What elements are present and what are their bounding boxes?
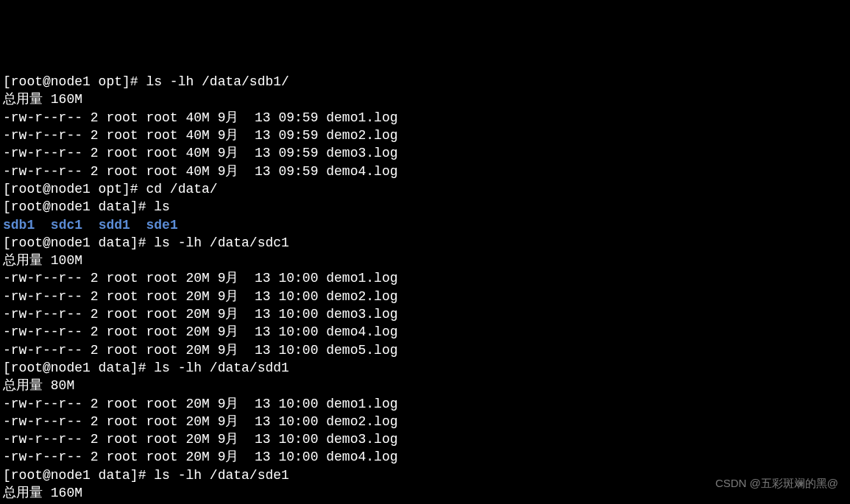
file-entry: -rw-r--r-- 2 root root 20M 9月 13 10:00 d… bbox=[3, 430, 847, 448]
shell-command: ls -lh /data/sdb1/ bbox=[146, 74, 288, 89]
watermark-text: CSDN @五彩斑斓的黑@ bbox=[715, 476, 838, 491]
file-entry: -rw-r--r-- 2 root root 20M 9月 13 10:00 d… bbox=[3, 269, 847, 287]
file-entry: -rw-r--r-- 2 root root 40M 9月 13 09:59 d… bbox=[3, 144, 847, 162]
shell-prompt: [root@node1 data]# bbox=[3, 199, 154, 214]
terminal-output[interactable]: [root@node1 opt]# ls -lh /data/sdb1/总用量 … bbox=[3, 73, 847, 504]
file-entry: -rw-r--r-- 2 root root 20M 9月 13 10:00 d… bbox=[3, 323, 847, 341]
file-entry: -rw-r--r-- 2 root root 20M 9月 13 10:00 d… bbox=[3, 305, 847, 323]
file-entry: -rw-r--r-- 2 root root 40M 9月 13 09:59 d… bbox=[3, 109, 847, 127]
file-entry: -rw-r--r-- 2 root root 20M 9月 13 10:00 d… bbox=[3, 448, 847, 466]
shell-command: ls -lh /data/sdd1 bbox=[154, 361, 289, 375]
file-entry: -rw-r--r-- 2 root root 20M 9月 13 10:00 d… bbox=[3, 341, 847, 359]
directory-entry: sdb1 bbox=[3, 218, 35, 233]
shell-prompt: [root@node1 data]# bbox=[3, 468, 154, 483]
command-line: [root@node1 opt]# ls -lh /data/sdb1/ bbox=[3, 73, 847, 90]
directory-entry: sdc1 bbox=[51, 218, 82, 233]
total-line: 总用量 100M bbox=[3, 252, 847, 269]
command-line: [root@node1 data]# ls -lh /data/sdc1 bbox=[3, 234, 847, 252]
shell-prompt: [root@node1 opt]# bbox=[3, 182, 146, 196]
file-entry: -rw-r--r-- 2 root root 20M 9月 13 10:00 d… bbox=[3, 395, 847, 413]
directory-entry: sdd1 bbox=[99, 218, 130, 233]
command-line: [root@node1 data]# ls bbox=[3, 198, 847, 216]
shell-command: cd /data/ bbox=[146, 182, 217, 196]
directory-list: sdb1 sdc1 sdd1 sde1 bbox=[3, 216, 847, 234]
shell-command: ls bbox=[154, 199, 170, 214]
command-line: [root@node1 data]# ls -lh /data/sdd1 bbox=[3, 359, 847, 377]
shell-command: ls -lh /data/sdc1 bbox=[154, 235, 289, 250]
file-entry: -rw-r--r-- 2 root root 20M 9月 13 10:00 d… bbox=[3, 413, 847, 430]
total-line: 总用量 80M bbox=[3, 377, 847, 394]
total-line: 总用量 160M bbox=[3, 90, 847, 108]
file-entry: -rw-r--r-- 2 root root 20M 9月 13 10:00 d… bbox=[3, 288, 847, 305]
file-entry: -rw-r--r-- 2 root root 40M 9月 13 09:59 d… bbox=[3, 127, 847, 144]
directory-entry: sde1 bbox=[146, 218, 177, 233]
command-line: [root@node1 opt]# cd /data/ bbox=[3, 180, 847, 198]
shell-command: ls -lh /data/sde1 bbox=[154, 468, 289, 483]
shell-prompt: [root@node1 data]# bbox=[3, 361, 154, 375]
shell-prompt: [root@node1 opt]# bbox=[3, 74, 146, 89]
shell-prompt: [root@node1 data]# bbox=[3, 235, 154, 250]
file-entry: -rw-r--r-- 2 root root 40M 9月 13 09:59 d… bbox=[3, 163, 847, 180]
